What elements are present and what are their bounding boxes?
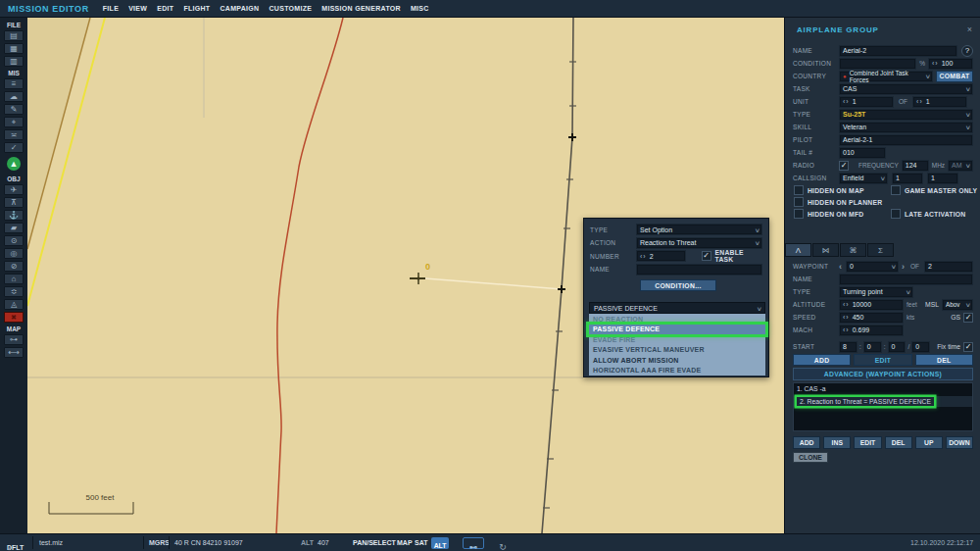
action-type-dropdown[interactable]: Set Option ∨	[636, 224, 762, 235]
failures-icon[interactable]: ✎	[4, 104, 24, 115]
menu-item[interactable]: MISSION GENERATOR	[321, 5, 401, 12]
help-icon[interactable]: ?	[961, 45, 973, 57]
waypoint-select-dropdown[interactable]: 0 ∨	[846, 261, 899, 273]
late-activation-checkbox[interactable]	[891, 209, 901, 219]
menu-item[interactable]: FILE	[103, 5, 119, 12]
toolbar-section-mis[interactable]: MIS	[8, 70, 20, 76]
prev-waypoint-icon[interactable]: ‹	[839, 262, 842, 272]
airplane-unit-icon[interactable]: ✈	[4, 184, 24, 195]
next-waypoint-icon[interactable]: ›	[902, 262, 905, 272]
close-icon[interactable]: ×	[967, 25, 972, 34]
sat-layer-toggle[interactable]: SAT	[415, 539, 427, 546]
menu-item[interactable]: CUSTOMIZE	[269, 5, 312, 12]
condition-input[interactable]	[839, 58, 916, 70]
list-item[interactable]: 2. Reaction to Threat = PASSIVE DEFENCE	[794, 396, 972, 407]
distance-tool-icon[interactable]: ⟷	[4, 347, 24, 358]
game-master-only-checkbox[interactable]	[891, 185, 901, 195]
waypoint-total-field[interactable]: 2	[924, 261, 973, 273]
speed-stepper[interactable]: ‹ › 450	[839, 312, 904, 324]
list-button[interactable]: INS	[823, 436, 851, 449]
callsign-dropdown[interactable]: Enfield ∨	[839, 173, 888, 184]
coord-system-toggle[interactable]: MGRS	[149, 539, 170, 546]
train-icon[interactable]: ≎	[4, 286, 24, 297]
drawing-shapes-icon[interactable]: ◬	[4, 299, 24, 310]
waypoint-marker-1[interactable]	[568, 133, 576, 141]
tail-number-input[interactable]: 010	[839, 147, 886, 159]
hidden-on-mfd-checkbox[interactable]	[794, 209, 804, 219]
dropdown-option[interactable]: PASSIVE DEFENCE	[589, 325, 765, 335]
start-hour-input[interactable]: 8	[839, 341, 858, 353]
player-aircraft-marker[interactable]	[410, 273, 425, 284]
list-button[interactable]: DEL	[885, 436, 912, 449]
aircraft-type-dropdown[interactable]: Su-25T ∨	[839, 109, 973, 121]
list-button[interactable]: DOWN	[946, 436, 973, 449]
map-options-icon[interactable]: ⊶	[4, 334, 24, 345]
unit-count-stepper[interactable]: ‹ › 1	[839, 96, 894, 108]
open-mission-icon[interactable]: ▦	[4, 43, 24, 54]
menu-item[interactable]: CAMPAIGN	[220, 5, 259, 12]
toolbar-section-file[interactable]: FILE	[7, 22, 21, 28]
weather-icon[interactable]: ☁	[4, 91, 24, 102]
menu-item[interactable]: EDIT	[157, 5, 173, 12]
map-layer-toggle[interactable]: MAP	[397, 539, 413, 546]
snap-tool-icon[interactable]: ↻	[495, 537, 511, 549]
toolbar-section-obj[interactable]: OBJ	[7, 175, 20, 182]
radio-checkbox[interactable]: ✓	[839, 161, 849, 171]
delete-object-icon[interactable]: ✖	[4, 312, 24, 323]
modulation-dropdown[interactable]: AM ∨	[948, 160, 973, 172]
number-stepper[interactable]: ‹ › 2	[636, 250, 686, 262]
dropdown-option[interactable]: ALLOW ABORT MISSION	[589, 355, 765, 366]
stepper-left-icon[interactable]: ‹	[640, 253, 642, 260]
menu-item[interactable]: MISC	[411, 5, 429, 12]
bullseye-icon[interactable]: ⌖	[4, 117, 24, 127]
stepper-right-icon[interactable]: ›	[935, 60, 937, 67]
stepper-left-icon[interactable]: ‹	[932, 60, 934, 67]
altitude-type-dropdown[interactable]: Abov ∨	[942, 299, 973, 311]
skill-dropdown[interactable]: Veteran ∨	[839, 122, 973, 133]
enable-task-checkbox[interactable]: ✓	[702, 251, 711, 261]
pan-select-toggle[interactable]: PAN/SELECT	[353, 539, 396, 546]
list-button[interactable]: EDIT	[854, 436, 881, 449]
fly-mission-icon[interactable]: ▲	[7, 157, 21, 171]
task-dropdown[interactable]: CAS ∨	[839, 83, 973, 95]
waypoint-edit-button[interactable]: EDIT	[854, 354, 911, 366]
farp-icon[interactable]: ⌂	[4, 274, 24, 284]
start-min-input[interactable]: 0	[863, 341, 882, 353]
tab-payload[interactable]: ⌘	[840, 243, 866, 257]
dropdown-option[interactable]: HORIZONTAL AAA FIRE EVADE	[589, 366, 765, 376]
waypoint-name-input[interactable]	[839, 274, 973, 285]
helicopter-unit-icon[interactable]: ⊼	[4, 197, 24, 208]
callsign-flight-input[interactable]: 1	[892, 173, 923, 184]
condition-stepper[interactable]: ‹ › 100	[928, 58, 973, 70]
altitude-stepper[interactable]: ‹ › 10000	[839, 299, 904, 311]
static-object-icon[interactable]: ⊙	[4, 235, 24, 246]
frequency-input[interactable]: 124	[902, 160, 929, 172]
tab-route[interactable]: Λ	[785, 243, 811, 257]
mission-options-icon[interactable]: ≍	[4, 129, 24, 140]
stepper-right-icon[interactable]: ›	[643, 253, 645, 260]
list-button[interactable]: ADD	[793, 436, 820, 449]
alt-layer-toggle[interactable]: ALT	[431, 537, 449, 549]
action-dropdown[interactable]: Reaction to Threat ∨	[636, 237, 762, 249]
start-sec-input[interactable]: 0	[888, 341, 906, 353]
unit-of-stepper[interactable]: ‹ › 1	[912, 96, 967, 108]
new-mission-icon[interactable]: ▤	[4, 30, 24, 41]
trigger-zone-icon[interactable]: ⊘	[4, 261, 24, 272]
save-mission-icon[interactable]: ▥	[4, 56, 24, 67]
callsign-number-input[interactable]: 1	[927, 173, 958, 184]
menu-item[interactable]: FLIGHT	[183, 5, 210, 12]
list-item[interactable]: 1. CAS -a	[794, 383, 972, 394]
hidden-on-map-checkbox[interactable]	[794, 185, 804, 195]
gs-checkbox[interactable]: ✓	[963, 313, 973, 323]
dropdown-option[interactable]: NO REACTION	[589, 314, 765, 325]
option-value-dropdown[interactable]: PASSIVE DEFENCE ∨	[589, 302, 765, 314]
dropdown-option[interactable]: EVADE FIRE	[589, 334, 765, 345]
clone-button[interactable]: CLONE	[793, 452, 828, 463]
measure-tool-icon[interactable]: ⊷	[463, 537, 484, 549]
advanced-waypoint-actions-button[interactable]: ADVANCED (WAYPOINT ACTIONS)	[793, 368, 973, 380]
waypoint-type-dropdown[interactable]: Turning point ∨	[839, 286, 913, 298]
fix-time-checkbox[interactable]: ✓	[963, 342, 973, 352]
waypoint-marker-2[interactable]	[558, 285, 565, 293]
condition-button[interactable]: CONDITION...	[640, 279, 716, 291]
vehicle-unit-icon[interactable]: ▰	[4, 223, 24, 233]
